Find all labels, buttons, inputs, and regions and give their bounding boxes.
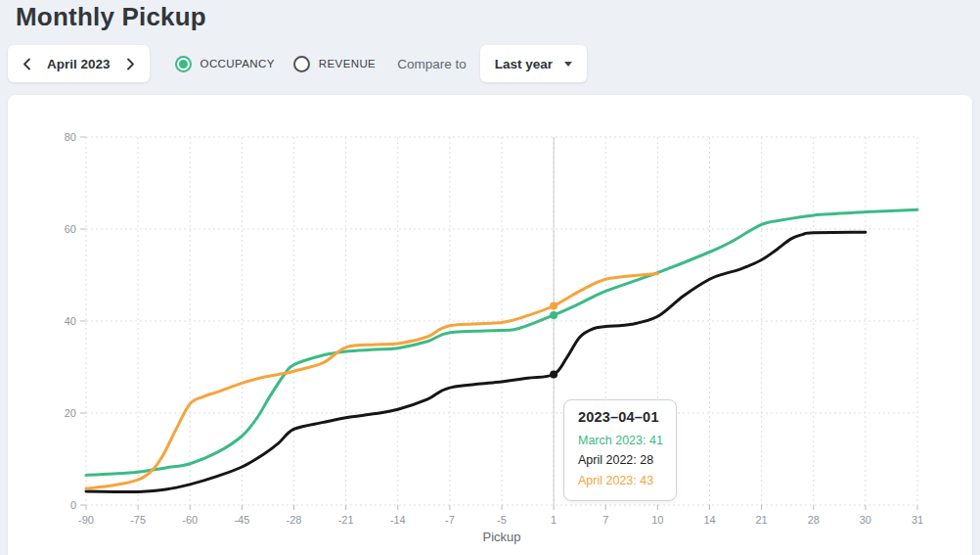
- radio-option-revenue[interactable]: REVENUE: [293, 56, 376, 72]
- chevron-down-icon: [564, 62, 572, 67]
- series-marker-march-2023: [550, 311, 557, 319]
- radio-label: REVENUE: [319, 58, 376, 69]
- x-tick-label: -75: [130, 514, 146, 526]
- radio-label: OCCUPANCY: [200, 58, 275, 69]
- compare-select[interactable]: Last year: [480, 45, 587, 82]
- page-title: Monthly Pickup: [16, 2, 206, 32]
- y-tick-label: 20: [65, 407, 76, 419]
- month-label: April 2023: [47, 57, 111, 71]
- chart-tooltip: 2023–04–01 March 2023: 41April 2022: 28A…: [563, 399, 677, 501]
- x-tick-label: -45: [234, 514, 249, 526]
- month-navigator: April 2023: [8, 45, 150, 82]
- x-tick-label: -14: [390, 514, 406, 526]
- prev-month-button[interactable]: [21, 56, 33, 72]
- x-tick-label: 30: [860, 514, 871, 526]
- x-tick-label: -5: [497, 514, 507, 526]
- x-tick-label: 7: [602, 514, 608, 526]
- x-tick-label: 1: [551, 514, 557, 526]
- tooltip-row: April 2023: 43: [578, 471, 663, 490]
- radio-option-occupancy[interactable]: OCCUPANCY: [175, 56, 275, 72]
- pickup-chart[interactable]: 020406080-90-75-60-45-28-21-14-7-5171014…: [8, 95, 972, 555]
- y-tick-label: 80: [65, 131, 76, 143]
- x-tick-label: -28: [287, 514, 302, 526]
- x-tick-label: 10: [651, 514, 663, 526]
- tooltip-row: April 2022: 28: [578, 450, 663, 470]
- x-tick-label: 21: [756, 514, 768, 526]
- metric-radio-group: OCCUPANCYREVENUE: [175, 56, 377, 72]
- radio-selected-icon[interactable]: [175, 56, 192, 72]
- x-tick-label: -60: [182, 514, 198, 526]
- tooltip-rows: March 2023: 41April 2022: 28April 2023: …: [578, 431, 663, 490]
- x-tick-label: -90: [78, 514, 94, 526]
- compare-to-label: Compare to: [397, 57, 467, 71]
- x-tick-label: -7: [445, 514, 455, 526]
- x-axis-label: Pickup: [482, 530, 520, 544]
- radio-unselected-icon[interactable]: [293, 56, 310, 72]
- tooltip-date: 2023–04–01: [578, 409, 663, 425]
- x-tick-label: 31: [912, 514, 923, 526]
- compare-select-value: Last year: [495, 57, 553, 71]
- next-month-button[interactable]: [124, 56, 137, 72]
- series-marker-april-2023: [550, 301, 557, 309]
- radio-dot: [179, 60, 188, 69]
- y-tick-label: 60: [65, 223, 76, 235]
- x-tick-label: 28: [808, 514, 820, 526]
- y-tick-label: 40: [65, 315, 76, 327]
- y-tick-label: 0: [70, 499, 76, 511]
- series-line-march-2023: [86, 209, 917, 475]
- controls-bar: April 2023 OCCUPANCYREVENUE Compare to L…: [8, 45, 587, 82]
- x-tick-label: 14: [703, 514, 715, 526]
- series-marker-april-2022: [550, 371, 557, 379]
- series-line-april-2022: [86, 232, 866, 491]
- chart-card: 020406080-90-75-60-45-28-21-14-7-5171014…: [8, 95, 972, 555]
- tooltip-row: March 2023: 41: [578, 431, 663, 450]
- chevron-left-icon: [22, 58, 31, 70]
- x-tick-label: -21: [338, 514, 354, 526]
- chevron-right-icon: [126, 58, 135, 70]
